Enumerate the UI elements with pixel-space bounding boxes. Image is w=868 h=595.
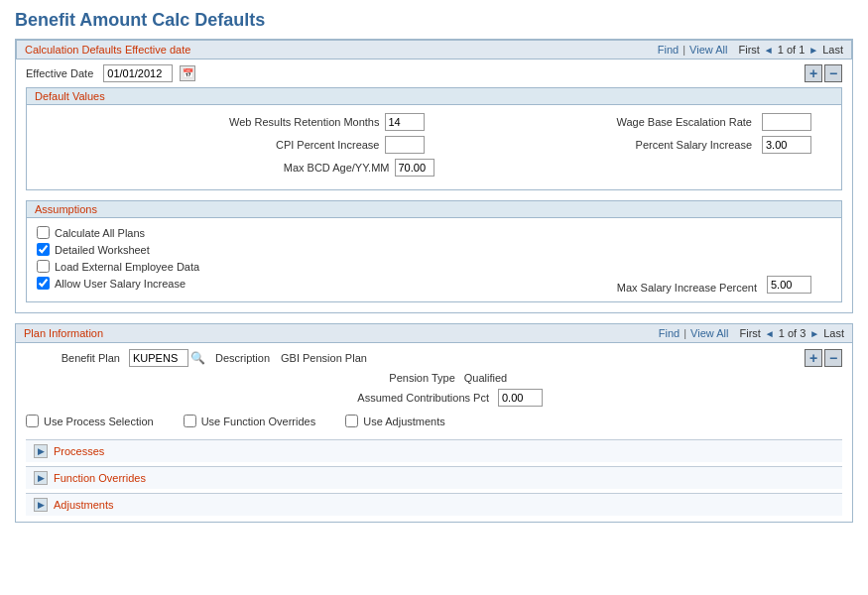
description-label: Description <box>215 352 275 364</box>
use-adjustments-label: Use Adjustments <box>363 416 445 427</box>
plan-find-link[interactable]: Find <box>659 327 680 339</box>
prev-arrow[interactable]: ◄ <box>764 45 774 56</box>
wage-base-label: Wage Base Escalation Rate <box>616 116 757 128</box>
assumptions-right: Max Salary Increase Percent <box>425 226 832 294</box>
allow-user-salary-label: Allow User Salary Increase <box>55 278 186 290</box>
pension-type-label: Pension Type <box>361 372 460 384</box>
plan-info-label: Plan Information <box>24 327 103 339</box>
assumptions-layout: Calculate All Plans Detailed Worksheet L… <box>37 226 831 294</box>
page-title: Benefit Amount Calc Defaults <box>15 10 853 31</box>
plan-pagination: 1 of 3 <box>779 327 806 339</box>
plan-next-arrow[interactable]: ► <box>809 328 819 339</box>
calculate-all-row: Calculate All Plans <box>37 226 425 239</box>
detailed-worksheet-row: Detailed Worksheet <box>37 243 425 256</box>
pagination: 1 of 1 <box>778 44 806 56</box>
use-process-checkbox[interactable] <box>26 415 39 427</box>
assumed-contrib-label: Assumed Contributions Pct <box>325 392 494 404</box>
use-process-label: Use Process Selection <box>44 416 154 427</box>
percent-salary-input[interactable] <box>762 136 811 154</box>
max-bcd-input[interactable] <box>395 159 434 177</box>
plan-checkboxes-row: Use Process Selection Use Function Overr… <box>26 415 842 431</box>
assumptions-content: Calculate All Plans Detailed Worksheet L… <box>27 218 841 301</box>
assumed-contrib-input[interactable] <box>498 389 543 407</box>
calendar-icon[interactable]: 📅 <box>180 65 195 81</box>
calc-defaults-bar: Calculation Defaults Effective date Find… <box>16 40 852 60</box>
max-bcd-label: Max BCD Age/YY.MM <box>196 162 395 174</box>
detailed-worksheet-label: Detailed Worksheet <box>55 244 150 256</box>
calc-defaults-nav: Find | View All First ◄ 1 of 1 ► Last <box>658 44 843 56</box>
max-salary-input[interactable] <box>767 276 811 294</box>
plan-inner: Benefit Plan 🔍 Description GBI Pension P… <box>16 343 852 522</box>
plan-first-label: First <box>739 327 760 339</box>
calc-defaults-section: Calculation Defaults Effective date Find… <box>15 39 853 313</box>
pension-type-row: Pension Type Qualified <box>26 372 842 384</box>
wage-base-input[interactable] <box>762 113 811 131</box>
remove-button[interactable]: − <box>824 64 842 82</box>
allow-user-salary-checkbox[interactable] <box>37 277 50 290</box>
function-overrides-arrow: ▶ <box>34 471 48 485</box>
use-adjustments-row: Use Adjustments <box>345 415 445 427</box>
plan-view-all-link[interactable]: View All <box>690 327 728 339</box>
last-label: Last <box>822 44 843 56</box>
load-external-row: Load External Employee Data <box>37 260 425 273</box>
max-bcd-row: Max BCD Age/YY.MM <box>37 159 831 177</box>
search-icon[interactable]: 🔍 <box>190 351 205 365</box>
plan-info-bar: Plan Information Find | View All First ◄… <box>16 324 852 343</box>
calc-defaults-label: Calculation Defaults Effective date <box>25 44 190 56</box>
adjustments-arrow: ▶ <box>34 498 48 512</box>
max-salary-label: Max Salary Increase Percent <box>617 282 762 294</box>
add-remove-buttons: + − <box>805 64 842 82</box>
add-button[interactable]: + <box>805 64 822 82</box>
calculate-all-label: Calculate All Plans <box>55 227 145 239</box>
assumptions-subsection: Assumptions Calculate All Plans Detailed… <box>26 200 842 302</box>
default-values-content: Web Results Retention Months Wage Base E… <box>27 105 841 189</box>
assumptions-title: Assumptions <box>27 201 841 218</box>
allow-user-salary-row: Allow User Salary Increase <box>37 277 425 290</box>
plan-prev-arrow[interactable]: ◄ <box>765 328 775 339</box>
plan-add-button[interactable]: + <box>805 349 822 367</box>
detailed-worksheet-checkbox[interactable] <box>37 243 50 256</box>
use-adjustments-checkbox[interactable] <box>345 415 358 427</box>
use-function-row: Use Function Overrides <box>184 415 316 427</box>
assumptions-left: Calculate All Plans Detailed Worksheet L… <box>37 226 425 294</box>
view-all-link[interactable]: View All <box>689 44 727 56</box>
effective-date-row: Effective Date 📅 + − <box>16 60 852 87</box>
benefit-plan-label: Benefit Plan <box>26 352 125 364</box>
processes-arrow: ▶ <box>34 444 48 458</box>
adjustments-collapsible[interactable]: ▶ Adjustments <box>26 493 842 516</box>
cpi-label: CPI Percent Increase <box>186 139 385 151</box>
processes-collapsible[interactable]: ▶ Processes <box>26 439 842 462</box>
cpi-input[interactable] <box>385 136 425 154</box>
processes-label: Processes <box>54 445 104 457</box>
calculate-all-checkbox[interactable] <box>37 226 50 239</box>
web-results-label: Web Results Retention Months <box>186 116 385 128</box>
pension-type-value: Qualified <box>464 372 507 384</box>
description-value: GBI Pension Plan <box>281 352 367 364</box>
adjustments-label: Adjustments <box>54 499 114 511</box>
function-overrides-collapsible[interactable]: ▶ Function Overrides <box>26 466 842 489</box>
load-external-label: Load External Employee Data <box>55 261 199 273</box>
plan-last-label: Last <box>823 327 844 339</box>
default-values-title: Default Values <box>27 88 841 105</box>
load-external-checkbox[interactable] <box>37 260 50 273</box>
default-values-subsection: Default Values Web Results Retention Mon… <box>26 87 842 190</box>
first-label: First <box>738 44 759 56</box>
assumed-contrib-row: Assumed Contributions Pct <box>26 389 842 407</box>
find-link[interactable]: Find <box>658 44 679 56</box>
plan-info-section: Plan Information Find | View All First ◄… <box>15 323 853 523</box>
effective-date-label: Effective Date <box>26 67 98 79</box>
use-function-label: Use Function Overrides <box>201 416 316 427</box>
function-overrides-label: Function Overrides <box>54 472 146 484</box>
benefit-plan-row: Benefit Plan 🔍 Description GBI Pension P… <box>26 349 842 367</box>
plan-add-remove: + − <box>805 349 842 367</box>
web-results-row: Web Results Retention Months Wage Base E… <box>37 113 831 131</box>
cpi-row: CPI Percent Increase Percent Salary Incr… <box>37 136 831 154</box>
benefit-plan-input[interactable] <box>129 349 188 367</box>
effective-date-input[interactable] <box>103 64 173 82</box>
use-function-checkbox[interactable] <box>184 415 196 427</box>
use-process-row: Use Process Selection <box>26 415 154 427</box>
next-arrow[interactable]: ► <box>808 45 818 56</box>
plan-remove-button[interactable]: − <box>824 349 842 367</box>
percent-salary-label: Percent Salary Increase <box>636 139 757 151</box>
web-results-input[interactable] <box>385 113 425 131</box>
